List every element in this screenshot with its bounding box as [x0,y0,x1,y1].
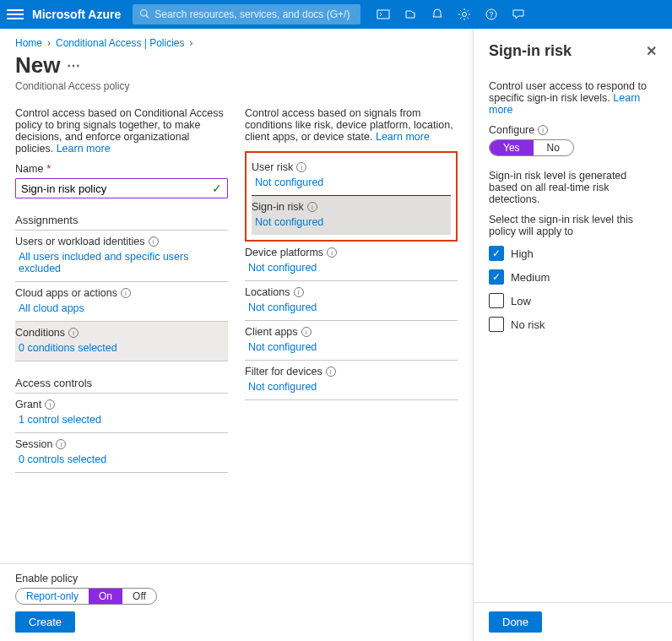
info-icon[interactable]: i [45,399,55,410]
directories-icon[interactable] [403,7,418,22]
checkbox-high-label: High [511,247,534,260]
breadcrumb-policies[interactable]: Conditional Access | Policies [56,37,185,49]
search-input[interactable] [154,8,354,20]
middle-column: Control access based on signals from con… [245,107,458,473]
info-icon[interactable]: i [327,247,337,258]
breadcrumb-home[interactable]: Home [15,37,42,49]
main-content: Home › Conditional Access | Policies › N… [0,29,473,641]
checkbox-medium-label: Medium [511,271,550,284]
cloud-shell-icon[interactable] [376,7,391,22]
name-input[interactable] [21,182,212,195]
learn-more-link[interactable]: Learn more [376,131,430,143]
toggle-no[interactable]: No [534,140,573,155]
svg-text:?: ? [490,10,494,19]
apps-row[interactable]: Cloud apps or actionsi All cloud apps [15,282,228,322]
search-box[interactable] [133,4,360,24]
checkbox-low-row[interactable]: Low [489,293,657,308]
info-icon[interactable]: i [296,162,306,172]
svg-point-0 [141,9,148,16]
conditions-row[interactable]: Conditionsi 0 conditions selected [15,322,228,361]
mid-description: Control access based on signals from con… [245,107,458,143]
info-icon[interactable]: i [307,202,317,212]
page-title: New ⋯ [15,52,458,79]
toggle-off[interactable]: Off [122,589,156,604]
panel-header: Sign-in risk ✕ [489,42,657,60]
toggle-report-only[interactable]: Report-only [16,589,89,604]
chevron-right-icon: › [190,37,193,49]
settings-icon[interactable] [457,7,472,22]
checkbox-medium[interactable] [489,269,504,285]
checkbox-medium-row[interactable]: Medium [489,269,657,285]
info-icon[interactable]: i [121,288,131,298]
filter-devices-row[interactable]: Filter for devicesi Not configured [245,361,458,400]
users-row[interactable]: Users or workload identitiesi All users … [15,231,228,282]
chevron-right-icon: › [47,37,51,49]
name-label: Name * [15,163,228,175]
info-icon[interactable]: i [294,287,304,297]
left-desc-text: Control access based on Conditional Acce… [15,107,224,155]
session-row[interactable]: Sessioni 0 controls selected [15,433,228,473]
conditions-value[interactable]: 0 conditions selected [15,342,228,354]
configure-toggle[interactable]: Yes No [489,139,574,156]
svg-rect-2 [377,10,389,19]
notifications-icon[interactable] [430,7,445,22]
checkbox-norisk-row[interactable]: No risk [489,317,657,332]
device-platforms-value[interactable]: Not configured [245,262,458,274]
menu-icon[interactable] [7,9,24,19]
filter-devices-label: Filter for devices [245,366,322,378]
info-icon[interactable]: i [538,125,548,135]
panel-select-text: Select the sign-in risk level this polic… [489,214,657,237]
toggle-on[interactable]: On [89,589,122,604]
close-icon[interactable]: ✕ [646,43,657,59]
panel-gen-text: Sign-in risk level is generated based on… [489,170,657,205]
users-value[interactable]: All users included and specific users ex… [15,251,228,274]
help-icon[interactable]: ? [484,7,499,22]
enable-policy-toggle[interactable]: Report-only On Off [15,588,157,605]
user-risk-row[interactable]: User riski Not configured [252,156,451,196]
grant-row[interactable]: Granti 1 control selected [15,394,228,433]
client-apps-row[interactable]: Client appsi Not configured [245,321,458,361]
search-icon [139,8,149,21]
users-label: Users or workload identities [15,236,145,247]
user-risk-value[interactable]: Not configured [252,177,451,188]
feedback-icon[interactable] [511,7,526,22]
learn-more-link[interactable]: Learn more [57,143,111,155]
checkbox-norisk[interactable] [489,317,504,332]
info-icon[interactable]: i [68,328,79,338]
locations-value[interactable]: Not configured [245,301,458,313]
panel-title-text: Sign-in risk [489,42,572,60]
left-description: Control access based on Conditional Acce… [15,107,228,155]
done-button[interactable]: Done [489,611,542,633]
name-textbox[interactable]: ✓ [15,178,228,198]
create-button[interactable]: Create [15,611,75,633]
grant-label: Grant [15,399,41,410]
checkbox-high-row[interactable]: High [489,246,657,261]
filter-devices-value[interactable]: Not configured [245,381,458,393]
left-column: Control access based on Conditional Acce… [15,107,228,473]
info-icon[interactable]: i [326,367,336,377]
signin-risk-panel: Sign-in risk ✕ Control user access to re… [473,29,672,641]
toggle-yes[interactable]: Yes [490,140,534,155]
page-title-text: New [15,52,60,79]
signin-risk-row[interactable]: Sign-in riski Not configured [252,196,451,235]
info-icon[interactable]: i [301,327,312,337]
locations-label: Locations [245,286,290,298]
more-icon[interactable]: ⋯ [67,57,80,73]
info-icon[interactable]: i [149,236,159,247]
signin-risk-value[interactable]: Not configured [252,216,451,228]
locations-row[interactable]: Locationsi Not configured [245,281,458,321]
session-value[interactable]: 0 controls selected [15,454,228,465]
grant-value[interactable]: 1 control selected [15,414,228,426]
configure-label: Configure i [489,124,657,136]
info-icon[interactable]: i [56,439,66,449]
client-apps-value[interactable]: Not configured [245,341,458,353]
configure-label-text: Configure [489,124,534,136]
device-platforms-row[interactable]: Device platformsi Not configured [245,242,458,281]
checkbox-high[interactable] [489,246,504,261]
brand-label: Microsoft Azure [32,8,121,21]
device-platforms-label: Device platforms [245,247,323,258]
header-icons: ? [376,7,526,22]
checkbox-low[interactable] [489,293,504,308]
client-apps-label: Client apps [245,326,298,338]
apps-value[interactable]: All cloud apps [15,302,228,314]
